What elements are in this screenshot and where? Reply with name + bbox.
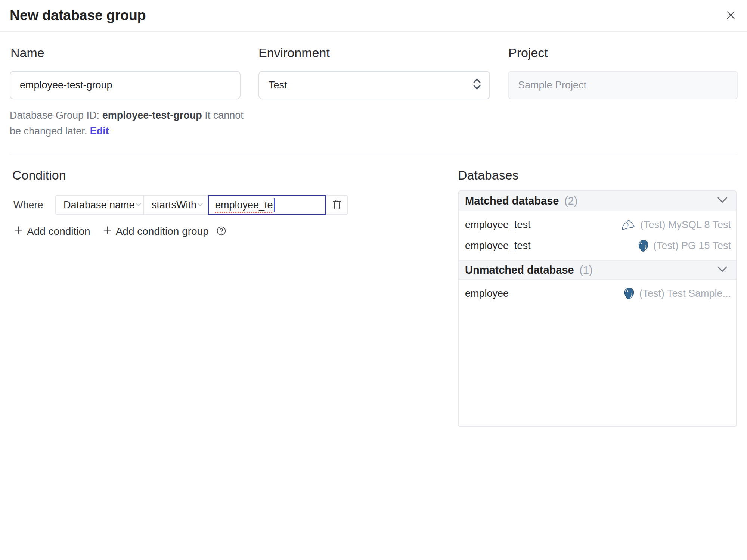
unmatched-database-section-header[interactable]: Unmatched database (1)	[459, 260, 736, 280]
chevron-down-icon	[717, 197, 728, 205]
add-condition-label: Add condition	[27, 225, 90, 237]
environment-select[interactable]: Test	[258, 71, 490, 99]
database-row: employee_test (Test) MySQL 8 Test	[459, 214, 736, 235]
matched-database-list: employee_test (Test) MySQL 8 Test employ…	[459, 211, 736, 260]
chevron-down-icon	[196, 199, 204, 211]
close-icon	[725, 9, 737, 22]
db-name: employee_test	[465, 240, 531, 252]
hint-prefix: Database Group ID:	[10, 110, 102, 121]
section-divider	[10, 155, 737, 155]
db-instance-label: (Test) MySQL 8 Test	[640, 219, 731, 231]
matched-database-label-wrap: Matched database (2)	[465, 195, 577, 207]
close-button[interactable]	[725, 9, 737, 22]
db-instance-label: (Test) Test Sample...	[639, 288, 731, 299]
unmatched-database-label: Unmatched database	[465, 264, 574, 276]
project-select-value: Sample Project	[518, 80, 586, 91]
add-condition-button[interactable]: Add condition	[13, 225, 90, 238]
postgres-icon	[638, 240, 649, 252]
databases-heading: Databases	[458, 168, 519, 183]
project-select: Sample Project	[508, 71, 738, 99]
database-row: employee (Test) Test Sample...	[459, 283, 736, 304]
delete-condition-button[interactable]	[326, 196, 347, 214]
name-label: Name	[10, 46, 44, 60]
condition-value-input[interactable]: employee_te	[208, 195, 326, 215]
matched-database-label: Matched database	[465, 195, 559, 207]
plus-icon	[102, 225, 112, 238]
db-instance: (Test) PG 15 Test	[638, 240, 731, 252]
postgres-icon	[623, 287, 635, 300]
new-database-group-dialog: New database group Name Environment Proj…	[0, 0, 747, 560]
db-instance-label: (Test) PG 15 Test	[653, 240, 731, 252]
db-instance: (Test) MySQL 8 Test	[622, 219, 731, 231]
unmatched-database-label-wrap: Unmatched database (1)	[465, 264, 593, 276]
database-group-id-hint: Database Group ID: employee-test-group I…	[10, 108, 252, 139]
add-condition-group-label: Add condition group	[116, 225, 209, 237]
chevron-down-icon	[717, 266, 728, 274]
db-instance: (Test) Test Sample...	[623, 287, 731, 300]
condition-factor-value: Database name	[63, 199, 135, 211]
dialog-title: New database group	[10, 7, 146, 24]
where-label: Where	[13, 199, 55, 211]
condition-row: Where Database name startsWith employee_…	[13, 195, 348, 215]
text-caret	[274, 198, 275, 212]
condition-operator-value: startsWith	[152, 199, 196, 211]
db-name: employee	[465, 288, 509, 299]
condition-heading: Condition	[12, 168, 66, 183]
plus-icon	[13, 225, 24, 238]
condition-actions: Add condition Add condition group	[13, 224, 226, 239]
condition-help-button[interactable]	[216, 226, 226, 237]
add-condition-group-button[interactable]: Add condition group	[102, 225, 209, 238]
chevron-down-icon	[135, 199, 142, 211]
condition-factor-select[interactable]: Database name	[56, 196, 144, 214]
db-name: employee_test	[465, 219, 531, 231]
environment-select-value: Test	[269, 80, 287, 91]
help-icon	[216, 226, 226, 237]
edit-id-link[interactable]: Edit	[90, 125, 109, 137]
environment-label: Environment	[258, 46, 330, 60]
name-input[interactable]: employee-test-group	[10, 71, 241, 99]
condition-expression-group: Database name startsWith employee_te	[55, 195, 348, 215]
database-group-id-value: employee-test-group	[102, 110, 202, 121]
database-row: employee_test (Test) PG 15 Test	[459, 235, 736, 256]
condition-value-text: employee_te	[215, 199, 273, 211]
mysql-icon	[622, 219, 636, 231]
unmatched-database-list: employee (Test) Test Sample...	[459, 280, 736, 308]
unmatched-database-count: (1)	[579, 264, 592, 276]
select-updown-icon	[472, 77, 482, 93]
matched-database-section-header[interactable]: Matched database (2)	[459, 191, 736, 211]
condition-operator-select[interactable]: startsWith	[144, 196, 205, 214]
name-input-value: employee-test-group	[20, 80, 112, 91]
project-label: Project	[508, 46, 548, 60]
trash-icon	[332, 199, 342, 211]
dialog-header: New database group	[0, 0, 747, 32]
databases-panel: Matched database (2) employee_test	[458, 190, 737, 427]
matched-database-count: (2)	[564, 195, 577, 207]
